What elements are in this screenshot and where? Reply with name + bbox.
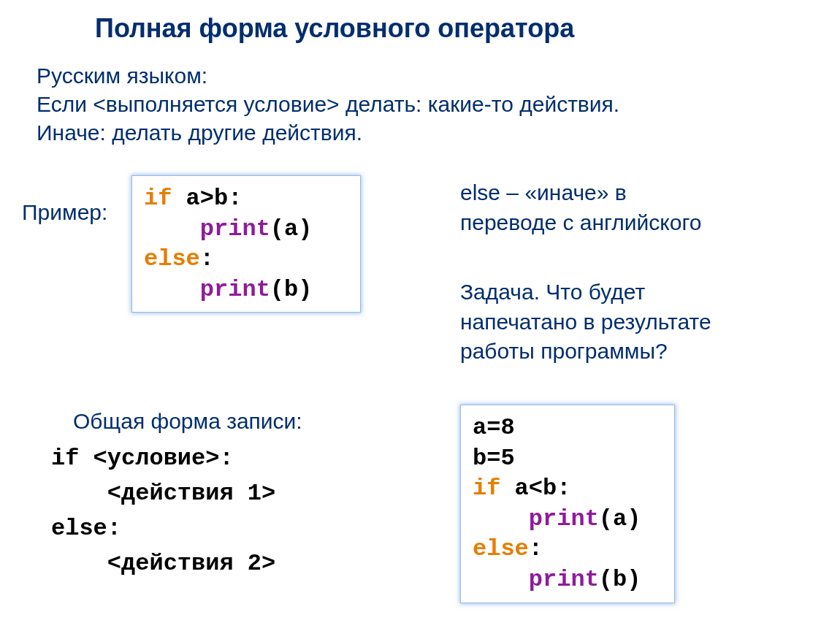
code1-l2-indent xyxy=(144,215,200,242)
code2-l6-indent xyxy=(473,566,529,593)
intro-line-2: Если <выполняется условие> делать: какие… xyxy=(37,92,619,116)
code1-print-2: print xyxy=(200,276,270,303)
slide-title: Полная форма условного оператора xyxy=(95,13,574,44)
code1-l4-indent xyxy=(144,276,200,303)
gen-l1: if <условие>: xyxy=(51,445,234,472)
code2-l2: b=5 xyxy=(473,445,515,472)
code2-l1: a=8 xyxy=(473,414,515,441)
intro-line-3: Иначе: делать другие действия. xyxy=(37,121,362,145)
general-form-code: if <условие>: <действия 1> else: <действ… xyxy=(51,441,275,581)
code1-print-1: print xyxy=(200,215,270,242)
right1-line-1: else – «иначе» в xyxy=(460,180,627,204)
code1-if-kw: if xyxy=(144,185,172,212)
code2-print-1: print xyxy=(529,505,599,532)
code2-l6-rest: (b) xyxy=(599,566,641,593)
intro-line-1: Русским языком: xyxy=(37,64,207,88)
else-translation-note: else – «иначе» в переводе с английского xyxy=(460,178,803,237)
gen-l3: else: xyxy=(51,515,121,542)
code2-l4-rest: (a) xyxy=(599,505,641,532)
code2-print-2: print xyxy=(529,566,599,593)
code1-l3-rest: : xyxy=(200,245,214,272)
right2-line-1: Задача. Что будет xyxy=(460,280,645,304)
task-question: Задача. Что будет напечатано в результат… xyxy=(460,278,811,367)
code-example-box: if a>b: print(a) else: print(b) xyxy=(131,175,361,313)
code1-l4-rest: (b) xyxy=(270,276,313,303)
general-form-label: Общая форма записи: xyxy=(73,409,302,434)
code1-l1-rest: a>b: xyxy=(172,185,242,212)
right2-line-2: напечатано в результате xyxy=(460,310,711,334)
code2-l5-rest: : xyxy=(529,535,543,562)
task-code-box: a=8 b=5 if a<b: print(a) else: print(b) xyxy=(460,405,675,603)
right1-line-2: переводе с английского xyxy=(460,210,701,234)
code2-if-kw: if xyxy=(473,475,500,502)
code2-l4-indent xyxy=(473,505,529,532)
example-label: Пример: xyxy=(22,200,107,225)
intro-text: Русским языком: Если <выполняется услови… xyxy=(37,61,619,147)
code2-l3-rest: a<b: xyxy=(500,475,570,502)
code2-else-kw: else xyxy=(473,535,529,562)
right2-line-3: работы программы? xyxy=(460,339,668,363)
code1-l2-rest: (a) xyxy=(270,215,313,242)
gen-l2: <действия 1> xyxy=(51,480,275,507)
code1-else-kw: else xyxy=(144,245,200,272)
gen-l4: <действия 2> xyxy=(51,550,275,577)
